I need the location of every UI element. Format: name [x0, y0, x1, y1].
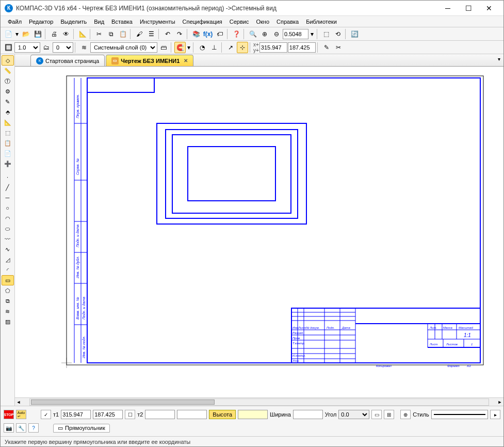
- zoom-in-button[interactable]: ⊕: [259, 28, 270, 40]
- menu-file[interactable]: Файл: [5, 18, 25, 26]
- axes-on-button[interactable]: ⊞: [384, 410, 394, 419]
- stop-button[interactable]: STOP: [4, 410, 14, 419]
- destroy-button[interactable]: ✂: [333, 42, 344, 53]
- t2-x-input[interactable]: [145, 410, 175, 419]
- coord-x-input[interactable]: [259, 42, 287, 53]
- menu-view[interactable]: Вид: [91, 18, 107, 26]
- axes-off-button[interactable]: ▭: [371, 410, 382, 419]
- properties-button[interactable]: ☰: [145, 28, 157, 40]
- style-dropdown[interactable]: ▸: [490, 410, 500, 419]
- snap-toggle[interactable]: 🧲: [174, 42, 186, 53]
- zoom-window-button[interactable]: ⬚: [320, 28, 332, 40]
- menu-service[interactable]: Сервис: [226, 18, 252, 26]
- point-tool[interactable]: ·: [2, 172, 14, 182]
- spline-tool[interactable]: ∿: [2, 244, 14, 254]
- measure-group[interactable]: 📐: [2, 117, 14, 127]
- scale-combo[interactable]: 1.0: [14, 42, 40, 53]
- select-group[interactable]: ⬚: [2, 127, 14, 138]
- lcs-button[interactable]: ↗: [225, 42, 236, 53]
- remember-button[interactable]: 🔧: [16, 423, 26, 433]
- maximize-button[interactable]: ☐: [458, 1, 479, 15]
- drawing-button[interactable]: 📐: [77, 28, 88, 40]
- new-button[interactable]: 📄: [3, 28, 14, 40]
- equidist-tool[interactable]: ≋: [2, 306, 14, 316]
- menu-tools[interactable]: Инструменты: [137, 18, 178, 26]
- layer-mgr-button[interactable]: 🗃: [158, 42, 169, 53]
- edit-group[interactable]: ✎: [2, 97, 14, 107]
- zoom-out-button[interactable]: ⊖: [271, 28, 282, 40]
- t2-lock[interactable]: ☐: [125, 410, 135, 419]
- t1-x-input[interactable]: [61, 410, 91, 419]
- ortho-toggle[interactable]: ⊥: [208, 42, 220, 53]
- redo-button[interactable]: ↷: [174, 28, 185, 40]
- circle-tool[interactable]: ○: [2, 203, 14, 213]
- cut-button[interactable]: ✂: [93, 28, 105, 40]
- chamfer-tool[interactable]: ◿: [2, 254, 14, 265]
- contour-tool[interactable]: 〰: [2, 234, 14, 244]
- preview-button[interactable]: 👁: [60, 28, 72, 40]
- layer-combo[interactable]: Системный слой (0): [90, 42, 157, 53]
- coord-y-input[interactable]: [288, 42, 316, 53]
- headers-button[interactable]: 🏷: [214, 28, 225, 40]
- hatch-tool[interactable]: ▨: [2, 316, 14, 327]
- open-button[interactable]: 📂: [20, 28, 31, 40]
- tab-drawing[interactable]: ▭ Чертеж БЕЗ ИМЕНИ1 ✕: [106, 55, 193, 66]
- drawing-canvas[interactable]: Перв. примен. Справ. № Подп. и дата Инв.…: [15, 67, 503, 397]
- help-props-button[interactable]: ?: [28, 423, 39, 433]
- refresh-button[interactable]: 🔄: [349, 28, 360, 40]
- undo-button[interactable]: ↶: [162, 28, 173, 40]
- menu-insert[interactable]: Вставка: [108, 18, 136, 26]
- zoom-prev-button[interactable]: ⟲: [332, 28, 344, 40]
- camera-button[interactable]: 📷: [4, 423, 14, 433]
- auto-create-button[interactable]: Auto↵: [16, 410, 26, 419]
- snap-dropdown[interactable]: ▾: [186, 42, 191, 53]
- arc-tool[interactable]: ◠: [2, 213, 14, 224]
- t1-y-input[interactable]: [93, 410, 123, 419]
- ellipse-tool[interactable]: ⬭: [2, 224, 14, 234]
- rectangle-tool[interactable]: ▭: [2, 275, 14, 285]
- line-tool[interactable]: ╱: [2, 182, 14, 193]
- polygon-tool[interactable]: ⬠: [2, 285, 14, 296]
- paste-button[interactable]: 📋: [117, 28, 128, 40]
- help-button[interactable]: ❓: [231, 28, 242, 40]
- segment-tool[interactable]: ─: [2, 193, 14, 203]
- reports-group[interactable]: 📄: [2, 148, 14, 158]
- variables-button[interactable]: f(x): [202, 28, 214, 40]
- states-button[interactable]: 🔲: [3, 42, 14, 53]
- dimensions-group[interactable]: 📏: [2, 66, 14, 76]
- library-mgr-button[interactable]: 📚: [190, 28, 202, 40]
- menu-select[interactable]: Выделить: [57, 18, 90, 26]
- spec-group[interactable]: 📋: [2, 138, 14, 148]
- t2-y-input[interactable]: [177, 410, 207, 419]
- zoom-input[interactable]: [283, 29, 308, 39]
- menu-editor[interactable]: Редактор: [26, 18, 56, 26]
- angle-select[interactable]: 0.0: [338, 410, 369, 419]
- menu-window[interactable]: Окно: [253, 18, 272, 26]
- fillet-tool[interactable]: ◜: [2, 265, 14, 275]
- center-button[interactable]: ⊕: [400, 410, 411, 419]
- geometry-group[interactable]: ◇: [2, 55, 14, 66]
- views-button[interactable]: 🗂: [41, 42, 52, 53]
- menu-libraries[interactable]: Библиотеки: [303, 18, 340, 26]
- global-snap-button[interactable]: ⊹: [237, 42, 248, 53]
- view-num-combo[interactable]: 0: [53, 42, 73, 53]
- menu-spec[interactable]: Спецификация: [180, 18, 225, 26]
- construction-group[interactable]: ⚙: [2, 86, 14, 97]
- horizontal-scrollbar[interactable]: ◄ ►: [15, 397, 503, 406]
- save-button[interactable]: 💾: [32, 28, 43, 40]
- copy-button[interactable]: ⧉: [105, 28, 117, 40]
- width-input[interactable]: [293, 410, 323, 419]
- print-button[interactable]: 🖨: [48, 28, 60, 40]
- params-group[interactable]: ⬘: [2, 107, 14, 117]
- copy-props-button[interactable]: 🖌: [134, 28, 145, 40]
- tab-start-page[interactable]: К Стартовая страница: [30, 55, 105, 66]
- zoom-dropdown[interactable]: ▾: [309, 28, 315, 40]
- close-button[interactable]: ✕: [479, 1, 499, 15]
- tool-tab[interactable]: ▭ Прямоугольник: [53, 424, 110, 433]
- layers-button[interactable]: ≋: [78, 42, 90, 53]
- style-combo[interactable]: [431, 410, 488, 419]
- collect-tool[interactable]: ⧉: [2, 296, 14, 306]
- edit-macro-button[interactable]: ✎: [321, 42, 332, 53]
- minimize-button[interactable]: ─: [437, 1, 458, 15]
- tab-close-button[interactable]: ✕: [184, 58, 188, 63]
